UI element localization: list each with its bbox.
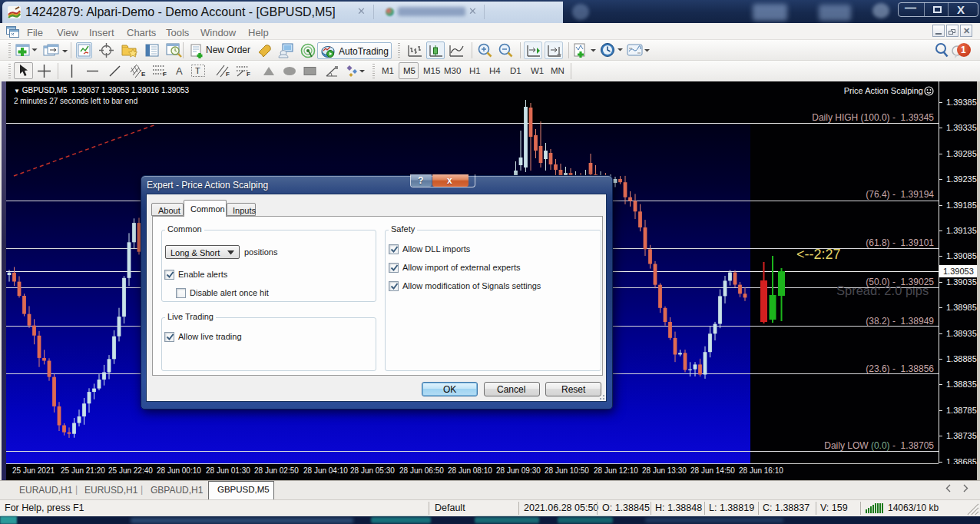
svg-text:T: T: [195, 66, 200, 75]
